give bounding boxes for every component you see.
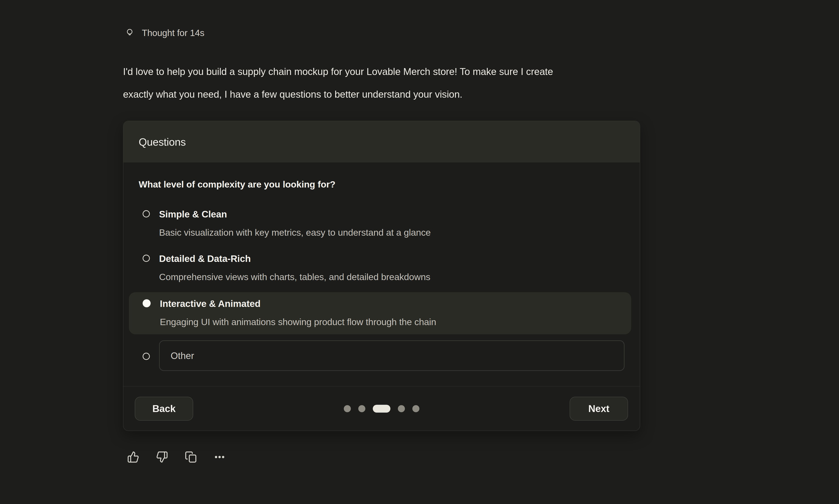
radio-unselected-icon[interactable]	[143, 255, 150, 262]
assistant-message: I'd love to help you build a supply chai…	[123, 60, 553, 106]
next-button[interactable]: Next	[570, 397, 628, 420]
message-line-2: exactly what you need, I have a few ques…	[123, 83, 553, 106]
copy-icon	[185, 451, 197, 463]
questions-card: Questions What level of complexity are y…	[123, 121, 640, 431]
thumbs-up-button[interactable]	[127, 451, 139, 463]
progress-dot-5	[412, 405, 419, 412]
progress-dot-2	[358, 405, 365, 412]
progress-dot-1	[344, 405, 351, 412]
thumbs-down-button[interactable]	[156, 451, 168, 463]
message-actions	[127, 451, 226, 463]
option-other[interactable]	[139, 340, 625, 371]
card-title: Questions	[139, 136, 186, 148]
questions-card-body: What level of complexity are you looking…	[123, 162, 640, 386]
radio-unselected-icon[interactable]	[143, 210, 150, 217]
message-line-1: I'd love to help you build a supply chai…	[123, 60, 553, 83]
option-title: Interactive & Animated	[160, 298, 436, 309]
question-text: What level of complexity are you looking…	[139, 179, 625, 190]
thought-row[interactable]: Thought for 14s	[125, 28, 204, 38]
option-text: Interactive & Animated Engaging UI with …	[160, 298, 436, 328]
thumbs-up-icon	[127, 451, 139, 463]
copy-button[interactable]	[185, 451, 197, 463]
radio-selected-icon[interactable]	[143, 299, 151, 307]
options-list: Simple & Clean Basic visualization with …	[139, 209, 625, 371]
radio-unselected-icon[interactable]	[143, 353, 150, 360]
other-option-input[interactable]	[159, 340, 625, 371]
option-interactive-animated-selected[interactable]: Interactive & Animated Engaging UI with …	[129, 292, 631, 334]
option-text: Simple & Clean Basic visualization with …	[159, 209, 431, 238]
progress-dot-4	[398, 405, 405, 412]
option-simple-clean[interactable]: Simple & Clean Basic visualization with …	[139, 209, 625, 238]
option-title: Simple & Clean	[159, 209, 431, 220]
thumbs-down-icon	[156, 451, 168, 463]
questions-card-footer: Back Next	[123, 386, 640, 431]
thought-label: Thought for 14s	[142, 28, 204, 38]
progress-indicator	[344, 405, 419, 413]
questions-card-header: Questions	[123, 121, 640, 162]
option-description: Engaging UI with animations showing prod…	[160, 316, 436, 328]
progress-dot-3-active	[373, 405, 390, 413]
option-detailed-data-rich[interactable]: Detailed & Data-Rich Comprehensive views…	[139, 253, 625, 283]
option-description: Basic visualization with key metrics, ea…	[159, 227, 431, 238]
more-horizontal-icon	[213, 451, 226, 463]
option-text: Detailed & Data-Rich Comprehensive views…	[159, 253, 430, 283]
option-description: Comprehensive views with charts, tables,…	[159, 271, 430, 283]
chat-page: Thought for 14s I'd love to help you bui…	[0, 0, 839, 504]
option-title: Detailed & Data-Rich	[159, 253, 430, 265]
lightbulb-icon	[125, 28, 135, 38]
back-button[interactable]: Back	[135, 397, 193, 420]
more-options-button[interactable]	[213, 451, 226, 463]
